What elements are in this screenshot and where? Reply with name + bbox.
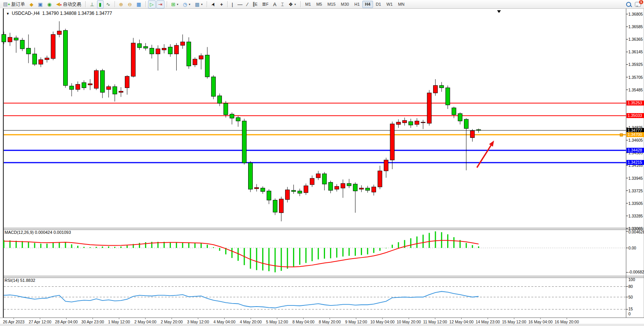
macd-bar bbox=[77, 246, 78, 248]
candle bbox=[434, 85, 438, 93]
bar-chart-icon: ⊥ bbox=[90, 2, 94, 7]
autotrade-icon: ◀● bbox=[56, 2, 62, 7]
price-line-badge: 1.35253 bbox=[626, 101, 644, 105]
timeframe-m5[interactable]: M5 bbox=[314, 1, 325, 8]
crosshair-tool-button[interactable]: + bbox=[218, 0, 225, 8]
timeframe-d1[interactable]: D1 bbox=[373, 1, 384, 8]
chart-window[interactable]: ▼USDCAD-,H4 1.34790 1.34808 1.34736 1.34… bbox=[0, 8, 644, 326]
candle bbox=[347, 184, 351, 186]
indicators-button[interactable]: ⊞▾ bbox=[169, 0, 180, 8]
macd-bar bbox=[219, 248, 220, 251]
candle-chart-mode-button[interactable]: ▮ bbox=[97, 0, 104, 8]
candle bbox=[415, 121, 419, 125]
macd-bar bbox=[336, 248, 337, 257]
zoom-in-button[interactable]: ⊕ bbox=[117, 0, 125, 8]
price-tick-label: 1.35485 bbox=[628, 88, 643, 92]
cursor-icon: ➤ bbox=[210, 1, 216, 7]
line-chart-mode-button[interactable]: ∿ bbox=[104, 0, 112, 8]
autotrade-button[interactable]: ◀● 自动交易 bbox=[54, 0, 83, 8]
macd-bar bbox=[96, 247, 97, 248]
price-line-badge: 1.34215 bbox=[626, 160, 644, 165]
candle bbox=[341, 184, 345, 188]
macd-bar bbox=[201, 243, 202, 248]
vertical-line-tool-button[interactable]: | bbox=[230, 0, 235, 8]
text-label-icon: ⌶ bbox=[281, 2, 284, 7]
time-axis-label: 8 May 04:00 bbox=[292, 320, 314, 324]
terminal-icon: ▣ bbox=[38, 2, 43, 7]
auto-scroll-button[interactable]: ▷ bbox=[148, 0, 156, 8]
trendline-tool-button[interactable]: ∕ bbox=[245, 0, 250, 8]
candle bbox=[236, 118, 240, 121]
search-icon[interactable] bbox=[626, 2, 631, 7]
macd-bar bbox=[46, 244, 48, 248]
signals-button[interactable]: ◉ bbox=[45, 0, 53, 8]
shift-marker-icon bbox=[497, 10, 501, 13]
symbol-period-label: USDCAD-,H4 bbox=[12, 11, 40, 16]
chat-icon[interactable]: 1 bbox=[635, 2, 641, 7]
timeframe-m15[interactable]: M15 bbox=[325, 1, 338, 8]
chart-shift-button[interactable]: ⇥ bbox=[156, 0, 164, 8]
cursor-tool-button[interactable]: ➤ bbox=[209, 0, 217, 8]
horizontal-line-tool-button[interactable]: — bbox=[236, 0, 244, 8]
macd-bar bbox=[139, 243, 140, 248]
text-tool-button[interactable]: A bbox=[271, 0, 278, 8]
macd-bar bbox=[343, 248, 344, 257]
ohlc-values: 1.34790 1.34808 1.34736 1.34777 bbox=[42, 11, 112, 16]
zoom-out-button[interactable]: ⊖ bbox=[126, 0, 134, 8]
candle bbox=[378, 171, 382, 187]
timeframe-mn[interactable]: MN bbox=[395, 1, 407, 8]
candle bbox=[211, 77, 215, 96]
label-tool-button[interactable]: ⌶ bbox=[279, 0, 286, 8]
macd-bar bbox=[188, 243, 190, 248]
timeframe-w1[interactable]: W1 bbox=[384, 1, 395, 8]
chart-canvas[interactable] bbox=[0, 8, 644, 326]
time-axis-label: 4 May 20:00 bbox=[240, 320, 262, 324]
periods-button[interactable]: ◷▾ bbox=[181, 0, 192, 8]
macd-bar bbox=[89, 247, 91, 248]
macd-bar bbox=[194, 243, 196, 248]
macd-bar bbox=[386, 248, 387, 248]
chart-dropdown-icon[interactable]: ▼ bbox=[6, 12, 10, 16]
macd-bar bbox=[102, 246, 103, 248]
chevron-down-icon: ▾ bbox=[295, 3, 296, 6]
rsi-indicator-label: RSI(14) 51.8832 bbox=[5, 278, 35, 283]
candle bbox=[20, 40, 24, 49]
macd-bar bbox=[361, 248, 362, 255]
new-order-button[interactable]: ▤+ 新订单 bbox=[1, 0, 27, 8]
arrows-tool-button[interactable]: ❖▾ bbox=[287, 0, 298, 8]
templates-button[interactable]: ▩▾ bbox=[193, 0, 204, 8]
candle bbox=[162, 48, 166, 50]
macd-signal-line bbox=[4, 240, 478, 267]
timeframe-m30[interactable]: M30 bbox=[338, 1, 352, 8]
terminal-button[interactable]: ▣ bbox=[36, 0, 45, 8]
macd-bar bbox=[145, 242, 146, 248]
macd-bar bbox=[379, 248, 381, 251]
macd-bar bbox=[429, 233, 430, 248]
time-axis-label: 30 Apr 23:00 bbox=[81, 320, 104, 324]
candle bbox=[14, 38, 18, 40]
horizontal-line-icon: — bbox=[238, 2, 242, 7]
macd-bar bbox=[65, 242, 66, 248]
market-watch-button[interactable]: ◆ bbox=[28, 0, 35, 8]
candle bbox=[113, 86, 117, 94]
candle bbox=[470, 131, 475, 137]
candle bbox=[396, 122, 400, 125]
chisel-icon: ◆ bbox=[30, 2, 33, 7]
timeframe-h4[interactable]: H4 bbox=[362, 1, 373, 8]
toolbar-separator bbox=[207, 1, 207, 7]
fibonacci-tool-button[interactable]: ≣F bbox=[260, 0, 270, 8]
macd-bar bbox=[312, 248, 313, 261]
macd-axis-zero: 0.00 bbox=[628, 246, 636, 250]
macd-bar bbox=[28, 242, 29, 248]
candle bbox=[131, 43, 135, 76]
time-axis-label: 10 May 20:00 bbox=[397, 320, 421, 324]
toolbar-separator bbox=[227, 1, 228, 7]
macd-bar bbox=[114, 247, 115, 248]
bar-chart-mode-button[interactable]: ⊥ bbox=[88, 0, 96, 8]
zoom-out-icon: ⊖ bbox=[128, 2, 132, 7]
tile-windows-button[interactable]: ▦ bbox=[134, 0, 143, 8]
channel-tool-button[interactable]: ∥E bbox=[250, 0, 259, 8]
time-axis-label: 10 May 04:00 bbox=[370, 320, 395, 324]
timeframe-h1[interactable]: H1 bbox=[352, 1, 362, 8]
timeframe-m1[interactable]: M1 bbox=[303, 1, 314, 8]
